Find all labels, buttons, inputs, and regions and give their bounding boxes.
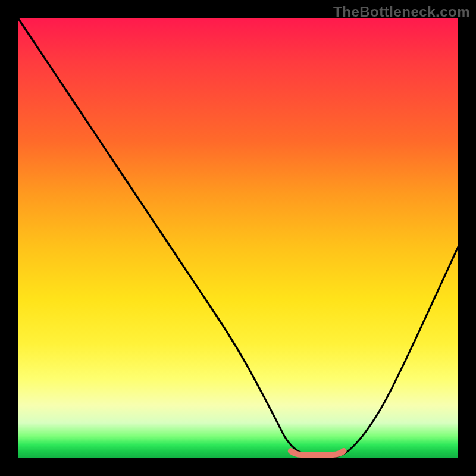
curve-layer	[18, 18, 458, 458]
bottleneck-curve	[18, 18, 458, 458]
plot-area	[18, 18, 458, 458]
highlight-segment	[291, 451, 344, 455]
watermark-text: TheBottleneck.com	[333, 4, 470, 20]
chart-container: TheBottleneck.com	[0, 0, 476, 476]
